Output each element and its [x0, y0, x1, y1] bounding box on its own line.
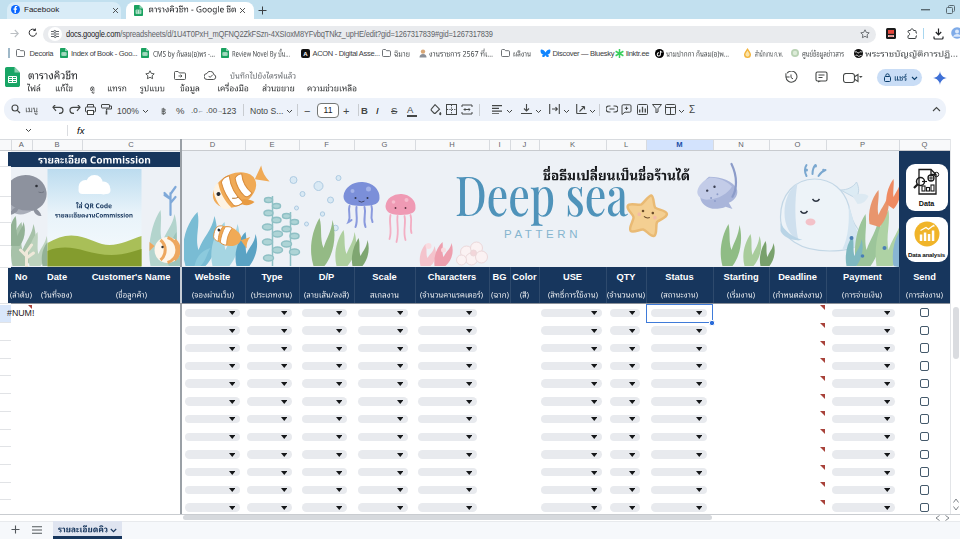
svg-text:A: A — [303, 50, 308, 56]
